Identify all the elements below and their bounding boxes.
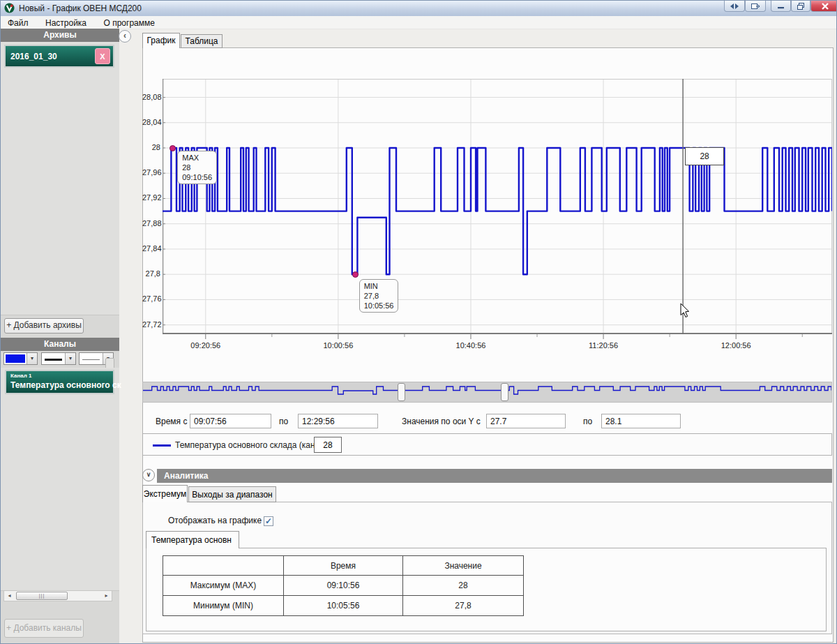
close-button[interactable]	[810, 1, 837, 12]
scroll-left-icon[interactable]: ◂	[4, 591, 15, 601]
menu-settings[interactable]: Настройка	[38, 17, 93, 29]
table-cell: 27,8	[403, 596, 524, 616]
title-bar: Новый - График ОВЕН МСД200	[1, 1, 836, 17]
line-width-select[interactable]: ▾	[41, 352, 76, 365]
line-width-sample	[43, 354, 63, 363]
min-annotation: MIN 27,8 10:05:56	[359, 279, 399, 313]
table-cell: Максимум (MAX)	[163, 576, 284, 596]
time-from-input[interactable]	[190, 414, 271, 428]
restore-icon	[797, 3, 804, 10]
sidebar-collapse-button[interactable]: ‹	[119, 30, 131, 43]
tab-out-of-range[interactable]: Выходы за диапазон	[188, 486, 276, 502]
navigator-handle-left[interactable]	[398, 383, 405, 401]
analytics-header: Аналитика	[157, 469, 832, 483]
y-tick-label: 27,96	[142, 168, 160, 177]
max-value: 28	[182, 163, 212, 172]
minimize-button[interactable]	[771, 1, 791, 12]
add-archives-button[interactable]: + Добавить архивы	[4, 318, 84, 334]
time-to-label: по	[279, 417, 288, 426]
y-tick-label: 27,76	[142, 294, 160, 303]
sidebar: Архивы 2016_01_30 X + Добавить архивы Ка…	[1, 29, 119, 644]
menu-bar: Файл Настройка О программе	[1, 16, 836, 29]
tab-graph[interactable]: График	[142, 33, 180, 48]
y-from-input[interactable]	[486, 414, 566, 428]
display-on-chart-checkbox[interactable]: ✓	[264, 516, 273, 526]
max-time: 09:10:56	[182, 172, 212, 182]
table-row: Максимум (MAX)09:10:5628	[163, 576, 524, 596]
archives-header: Архивы	[1, 29, 119, 42]
x-tick-label: 10:40:56	[446, 341, 495, 350]
extremum-table: ВремяЗначениеМаксимум (MAX)09:10:5628Мин…	[163, 555, 524, 616]
max-label: MAX	[182, 153, 212, 163]
channels-header: Каналы	[1, 338, 119, 351]
y-tick-label: 27,92	[142, 193, 160, 202]
extremum-col-header	[163, 556, 284, 576]
chart-plot[interactable]	[163, 79, 832, 343]
menu-file[interactable]: Файл	[1, 17, 36, 29]
line-style-sample	[81, 354, 101, 363]
table-cell: Минимум (MIN)	[163, 596, 284, 616]
archive-item-label: 2016_01_30	[10, 52, 57, 61]
time-to-input[interactable]	[298, 414, 378, 428]
mouse-cursor	[680, 304, 690, 318]
channel-item-tag: Канал 1	[10, 373, 31, 379]
legend-box: Температура основного склада (канал 1) 2…	[142, 433, 832, 456]
table-cell: 09:10:56	[284, 576, 403, 596]
table-cell: 28	[403, 576, 524, 596]
extremum-col-header: Значение	[403, 556, 524, 576]
panel-switch-button[interactable]	[724, 1, 745, 12]
y-tick-label: 28	[142, 143, 160, 151]
panel-switch-icon	[730, 3, 739, 9]
navigator-handle-right[interactable]	[501, 383, 508, 401]
y-to-label: по	[583, 417, 592, 426]
y-tick-label: 28,08	[142, 93, 160, 101]
table-row: Минимум (MIN)10:05:5627,8	[163, 596, 524, 616]
app-logo-icon	[4, 3, 15, 13]
minimize-icon	[778, 3, 784, 9]
channels-list: Канал 1 Температура основного ск	[1, 368, 119, 591]
chevron-down-icon: ▾	[65, 353, 75, 364]
x-tick-label: 09:20:56	[181, 341, 230, 350]
add-channels-button[interactable]: + Добавить каналы	[4, 619, 84, 638]
chevron-down-icon: ▾	[27, 353, 37, 364]
cursor-value-box: 28	[685, 147, 724, 165]
titlebar-extra-buttons	[724, 1, 766, 12]
menu-about[interactable]: О программе	[97, 17, 162, 29]
extremum-col-header: Время	[284, 556, 403, 576]
max-annotation: MAX 28 09:10:56	[177, 151, 217, 184]
min-label: MIN	[364, 281, 394, 291]
x-tick-label: 11:20:56	[579, 341, 628, 350]
scrollbar-thumb[interactable]: |||	[16, 592, 68, 600]
export-window-button[interactable]	[745, 1, 766, 12]
y-tick-label: 27,72	[142, 320, 160, 329]
y-tick-label: 27,84	[142, 244, 160, 253]
restore-button[interactable]	[791, 1, 810, 12]
chart-area[interactable]: 28,0828,042827,9627,9227,8827,8427,827,7…	[142, 55, 833, 370]
archive-close-button[interactable]: X	[95, 48, 110, 64]
range-navigator[interactable]	[142, 382, 832, 403]
y-from-label: Значения по оси Y с	[402, 417, 481, 426]
horizontal-scrollbar[interactable]: ◂ ||| ▸	[3, 590, 112, 601]
time-from-label: Время с	[156, 417, 187, 426]
scroll-right-icon[interactable]: ▸	[101, 591, 112, 601]
tab-extremum[interactable]: Экстремум	[142, 485, 188, 502]
color-swatch	[6, 354, 25, 363]
x-tick-label: 10:00:56	[314, 341, 363, 350]
tab-channel-extremum[interactable]: Температура основн	[146, 531, 239, 548]
min-value: 27,8	[364, 291, 394, 301]
legend-label: Температура основного склада (канал 1)	[175, 440, 334, 450]
display-on-chart-label: Отображать на графике	[168, 516, 262, 525]
tab-table[interactable]: Таблица	[181, 34, 223, 48]
analytics-collapse-button[interactable]: ∨	[142, 469, 155, 481]
table-cell: 10:05:56	[284, 596, 403, 616]
window-controls	[771, 1, 837, 12]
close-icon	[822, 3, 829, 10]
min-point-marker	[352, 271, 359, 278]
y-tick-label: 27,88	[142, 219, 160, 227]
legend-value-box: 28	[314, 437, 342, 453]
archive-item[interactable]: 2016_01_30 X	[4, 45, 114, 68]
y-to-input[interactable]	[601, 414, 681, 428]
channel-item[interactable]: Канал 1 Температура основного ск	[5, 370, 114, 394]
channel-color-select[interactable]: ▾	[3, 352, 38, 365]
y-tick-label: 27,8	[142, 269, 160, 278]
